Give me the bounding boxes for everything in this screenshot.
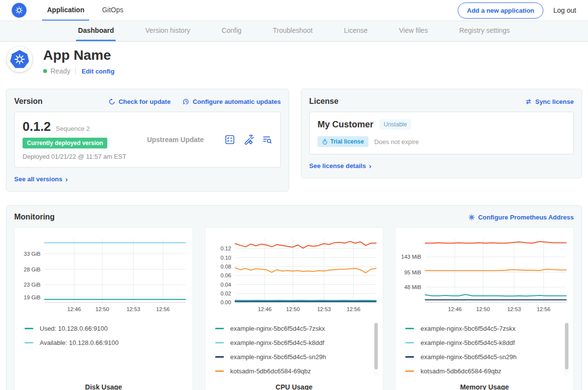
legend-label: kotsadm-5db6dc6584-69qbz <box>420 367 501 375</box>
cpu-usage-legend: example-nginx-5bc6f5d4c5-7zskxexample-ng… <box>215 321 379 379</box>
legend-scrollbar-thumb[interactable] <box>565 323 568 369</box>
preflight-checks-icon[interactable] <box>224 134 235 145</box>
configure-automatic-updates-link[interactable]: Configure automatic updates <box>182 98 281 105</box>
svg-text:143 MiB: 143 MiB <box>401 254 421 260</box>
svg-text:12:46: 12:46 <box>448 306 462 312</box>
chart-title: Memory Usage <box>399 383 569 390</box>
svg-text:0.10: 0.10 <box>220 255 231 261</box>
top-tab-gitops[interactable]: GitOps <box>97 0 128 21</box>
kubernetes-logo[interactable] <box>12 3 26 18</box>
status-text: Ready <box>50 67 70 75</box>
svg-text:48 MiB: 48 MiB <box>404 284 421 290</box>
legend-swatch <box>215 328 224 329</box>
version-card-title: Version <box>14 97 43 106</box>
memory-usage-legend: example-nginx-5bc6f5d4c5-7zskxexample-ng… <box>405 321 569 379</box>
legend-item: kotsadm-5db6dc6584-69qbz <box>405 364 562 378</box>
check-for-update-link[interactable]: Check for update <box>108 98 171 105</box>
svg-text:12:56: 12:56 <box>156 306 170 312</box>
see-license-details-link[interactable]: See license details › <box>309 162 371 170</box>
kubernetes-heptagon-icon <box>10 50 29 69</box>
configure-prometheus-link[interactable]: Configure Prometheus Address <box>468 214 574 221</box>
kubernetes-helm-icon <box>14 5 24 15</box>
config-wrench-icon[interactable] <box>243 134 254 145</box>
legend-item: example-nginx-5bc6f5d4c5-k8ddf <box>215 336 371 350</box>
top-tab-application[interactable]: Application <box>42 0 89 21</box>
legend-swatch <box>405 328 414 329</box>
view-diff-icon[interactable] <box>262 134 272 145</box>
svg-text:0.08: 0.08 <box>220 264 231 269</box>
svg-text:12:50: 12:50 <box>476 306 490 312</box>
update-type-label: Upstream Update <box>147 136 204 144</box>
svg-text:12:46: 12:46 <box>258 306 271 312</box>
legend-label: kotsadm-5db6dc6584-69qbz <box>230 367 311 375</box>
chevron-right-icon: › <box>65 175 68 183</box>
tab-version-history[interactable]: Version history <box>143 21 192 41</box>
svg-text:0.12: 0.12 <box>220 245 231 251</box>
legend-item: kotsadm-5db6dc6584-69qbz <box>215 364 371 378</box>
charts-row: 33 GiB28 GiB23 GiB19 GiB12:4612:5012:531… <box>14 227 574 390</box>
current-version-row: 0.1.2 Sequence 2 Currently deployed vers… <box>14 112 281 168</box>
channel-badge: Unstable <box>379 119 411 130</box>
page-title: App Name <box>43 48 115 63</box>
svg-text:12:53: 12:53 <box>507 306 521 312</box>
license-expiry: Does not expire <box>374 138 419 146</box>
legend-item: example-nginx-5bc6f5d4c5-7zskx <box>215 321 371 336</box>
tab-registry-settings[interactable]: Registry settings <box>457 21 512 41</box>
tab-config[interactable]: Config <box>220 21 243 41</box>
tab-license[interactable]: License <box>342 21 369 41</box>
license-type-badge: Trial license <box>318 136 368 147</box>
cpu-usage-chart: 0.120.100.080.060.040.020.0012:4612:5012… <box>209 234 379 315</box>
svg-text:0.04: 0.04 <box>220 282 231 288</box>
svg-text:12:53: 12:53 <box>126 306 140 312</box>
chart-card-memory-usage: 143 MiB95 MiB48 MiB12:4612:5012:5312:56e… <box>395 227 574 390</box>
chart-card-cpu-usage: 0.120.100.080.060.040.020.0012:4612:5012… <box>205 227 384 390</box>
legend-swatch <box>215 356 224 358</box>
kubernetes-helm-icon <box>13 53 26 66</box>
add-application-button[interactable]: Add a new application <box>458 2 543 19</box>
app-sub-nav: DashboardVersion historyConfigTroublesho… <box>0 21 588 42</box>
chart-card-disk-usage: 33 GiB28 GiB23 GiB19 GiB12:4612:5012:531… <box>14 227 193 390</box>
top-nav-right: Add a new application Log out <box>458 2 576 19</box>
legend-label: Available: 10.128.0.66:9100 <box>40 339 119 346</box>
svg-text:12:53: 12:53 <box>317 306 331 312</box>
deployed-badge: Currently deployed version <box>23 138 107 148</box>
top-nav-tabs: ApplicationGitOps <box>42 0 136 21</box>
app-header: App Name Ready Edit config <box>0 42 588 82</box>
see-all-versions-link[interactable]: See all versions › <box>14 175 68 183</box>
svg-text:95 MiB: 95 MiB <box>404 269 421 275</box>
legend-item: example-nginx-5bc6f5d4c5-7zskx <box>405 321 562 336</box>
legend-scrollbar-thumb[interactable] <box>374 323 378 369</box>
legend-swatch <box>215 342 224 343</box>
legend-swatch <box>24 342 33 343</box>
chart-title: Disk Usage <box>19 383 189 390</box>
version-info: 0.1.2 Sequence 2 Currently deployed vers… <box>23 119 126 160</box>
legend-label: example-nginx-5bc6f5d4c5-7zskx <box>230 325 325 332</box>
legend-label: example-nginx-5bc6f5d4c5-7zskx <box>420 325 515 332</box>
schedule-icon <box>182 98 190 105</box>
svg-text:12:46: 12:46 <box>67 306 81 312</box>
legend-swatch <box>24 328 33 329</box>
legend-swatch <box>405 370 414 372</box>
license-summary: My Customer Unstable Trial license Does … <box>309 112 574 154</box>
logout-link[interactable]: Log out <box>553 6 576 14</box>
svg-text:12:50: 12:50 <box>96 306 109 312</box>
svg-text:33 GiB: 33 GiB <box>24 251 41 257</box>
disk-usage-legend: Used: 10.128.0.66:9100Available: 10.128.… <box>24 321 189 379</box>
svg-text:28 GiB: 28 GiB <box>24 267 41 272</box>
legend-swatch <box>215 370 224 372</box>
tab-view-files[interactable]: View files <box>397 21 430 41</box>
divider <box>75 68 76 74</box>
edit-config-link[interactable]: Edit config <box>81 68 114 75</box>
top-nav: ApplicationGitOps Add a new application … <box>0 0 588 21</box>
tab-troubleshoot[interactable]: Troubleshoot <box>271 21 315 41</box>
sync-license-link[interactable]: Sync license <box>525 98 574 105</box>
legend-label: example-nginx-5bc6f5d4c5-k8ddf <box>230 339 324 346</box>
svg-text:12:56: 12:56 <box>346 306 360 312</box>
legend-swatch <box>405 342 414 343</box>
disk-usage-chart: 33 GiB28 GiB23 GiB19 GiB12:4612:5012:531… <box>19 234 189 315</box>
svg-text:19 GiB: 19 GiB <box>24 294 41 300</box>
tab-dashboard[interactable]: Dashboard <box>76 21 116 41</box>
svg-text:0.02: 0.02 <box>220 291 231 296</box>
version-number: 0.1.2 <box>23 119 51 134</box>
monitoring-title: Monitoring <box>14 213 55 221</box>
